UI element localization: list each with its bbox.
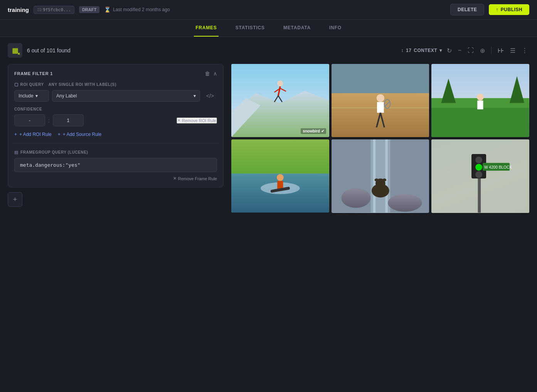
filter-card-header: FRAME FILTER 1 🗑 ∧	[14, 70, 217, 77]
delete-button[interactable]: DELETE	[450, 4, 484, 15]
upload-icon: ↑	[496, 7, 498, 12]
remove-roi-rule-button[interactable]: ✕ Remove ROI Rule	[177, 117, 217, 124]
add-source-rule-button[interactable]: + + Add Source Rule	[58, 132, 101, 137]
image-cell[interactable]: W 4200 BLOCK	[431, 139, 529, 213]
plus-icon: +	[58, 132, 61, 137]
modified-info: ⌛ Last modified 2 months ago	[104, 7, 170, 13]
svg-point-39	[374, 179, 378, 182]
plus-icon: +	[13, 196, 17, 204]
svg-rect-9	[332, 64, 429, 93]
confidence-label: CONFIDENCE	[14, 107, 217, 111]
svg-point-3	[277, 80, 283, 86]
tab-info[interactable]: INFO	[328, 20, 343, 37]
zoom-out-button[interactable]: −	[456, 45, 463, 55]
filter-x-badge: ✕	[17, 52, 20, 56]
tab-frames[interactable]: FRAMES	[194, 20, 218, 37]
chevron-down-icon: ▾	[194, 93, 196, 99]
add-filter-button[interactable]: +	[8, 192, 22, 207]
filter-button[interactable]: ▦ ✕	[8, 43, 22, 58]
image-cell[interactable]	[332, 64, 429, 137]
context-button[interactable]: ↕ 17 CONTEXT ▾	[401, 48, 442, 53]
main-content: ▦ ✕ 6 out of 101 found ↕ 17 CONTEXT ▾ ↻ …	[0, 37, 537, 219]
image-cell[interactable]: snowbird ✔	[231, 64, 329, 137]
chevron-down-icon: ▾	[439, 48, 442, 53]
modified-text: Last modified 2 months ago	[113, 7, 170, 12]
right-panel: snowbird ✔	[231, 64, 529, 213]
include-select[interactable]: Include ▾	[14, 90, 49, 102]
list-view-button[interactable]: ☰	[508, 45, 517, 56]
filter-card: FRAME FILTER 1 🗑 ∧ ▢ ROI QUERY ANY SINGL…	[8, 64, 224, 188]
more-options-button[interactable]: ⋮	[520, 45, 529, 56]
fit-button[interactable]: ⛶	[466, 45, 475, 55]
remove-frame-rule-button[interactable]: ✕ Remove Frame Rule	[14, 176, 217, 181]
tab-statistics[interactable]: STATISTICS	[234, 20, 266, 37]
framegroup-label: FRAMEGROUP QUERY (LUCENE)	[20, 150, 88, 154]
include-label: Include	[19, 93, 34, 99]
confidence-row: : ✕ Remove ROI Rule	[14, 114, 217, 126]
roi-query-label: ▢ ROI QUERY	[14, 82, 44, 87]
wakeboard-svg	[231, 139, 329, 213]
roi-section: ▢ ROI QUERY ANY SINGLE ROI WITH LABEL(S)…	[14, 82, 217, 102]
svg-rect-13	[377, 102, 384, 113]
image-grid: snowbird ✔	[231, 64, 529, 213]
image-3	[431, 64, 529, 137]
found-count: 6 out of 101 found	[27, 47, 71, 54]
grass-svg	[431, 64, 529, 137]
rule-actions: + + Add ROI Rule + + Add Source Rule	[14, 132, 217, 137]
draft-badge: DRAFT	[79, 6, 99, 13]
refresh-button[interactable]: ↻	[445, 45, 453, 56]
framegroup-icon: ▤	[14, 150, 18, 155]
add-roi-rule-button[interactable]: + + Add ROI Rule	[14, 132, 52, 137]
confidence-max-input[interactable]	[53, 114, 84, 126]
collapse-filter-button[interactable]: ∧	[213, 70, 217, 77]
context-label: CONTEXT	[414, 48, 437, 53]
header-left: training ID9f5fcbc0... DRAFT ⌛ Last modi…	[8, 6, 170, 14]
plus-icon: +	[14, 132, 17, 137]
image-2	[332, 64, 429, 137]
roi-icon: ▢	[14, 82, 19, 87]
skier-svg	[231, 64, 329, 137]
image-1: snowbird ✔	[231, 64, 329, 137]
svg-point-28	[277, 174, 284, 181]
svg-rect-25	[231, 139, 329, 174]
history-icon: ⌛	[104, 7, 111, 13]
image-cell[interactable]	[332, 139, 429, 213]
code-toggle-button[interactable]: </>	[203, 91, 217, 101]
confidence-min-input[interactable]	[14, 114, 45, 126]
svg-point-47	[475, 171, 482, 178]
publish-button[interactable]: ↑ PUBLISH	[489, 4, 529, 15]
zoom-in-button[interactable]: ⊕	[478, 45, 486, 56]
any-label-value: Any Label	[56, 93, 77, 99]
svg-point-36	[388, 194, 422, 212]
image-cell[interactable]	[231, 139, 329, 213]
publish-label: PUBLISH	[501, 7, 522, 12]
confidence-section: CONFIDENCE : ✕ Remove ROI Rule	[14, 107, 217, 126]
header-right: DELETE ↑ PUBLISH	[450, 4, 529, 15]
id-label: ID	[37, 8, 42, 12]
left-panel: FRAME FILTER 1 🗑 ∧ ▢ ROI QUERY ANY SINGL…	[8, 64, 224, 213]
x-icon: ✕	[177, 118, 180, 122]
image-cell[interactable]	[431, 64, 529, 137]
lucene-input[interactable]	[14, 158, 217, 172]
chevron-down-icon: ▾	[35, 93, 38, 99]
delete-filter-button[interactable]: 🗑	[205, 70, 210, 77]
framegroup-section: ▤ FRAMEGROUP QUERY (LUCENE) ✕ Remove Fra…	[14, 143, 217, 181]
tab-metadata[interactable]: METADATA	[282, 20, 312, 37]
panels: FRAME FILTER 1 🗑 ∧ ▢ ROI QUERY ANY SINGL…	[8, 64, 529, 213]
rule-add-links: + + Add ROI Rule + + Add Source Rule	[14, 132, 101, 137]
fg-label-row: ▤ FRAMEGROUP QUERY (LUCENE)	[14, 150, 217, 155]
svg-point-23	[477, 94, 484, 101]
svg-point-12	[376, 94, 384, 102]
svg-point-45	[475, 157, 482, 164]
image-4	[231, 139, 329, 213]
id-badge: ID9f5fcbc0...	[34, 6, 74, 14]
any-label-select[interactable]: Any Label ▾	[52, 90, 200, 102]
id-value: 9f5fcbc0...	[43, 7, 71, 12]
svg-point-46	[475, 164, 482, 171]
toolbar: ▦ ✕ 6 out of 101 found ↕ 17 CONTEXT ▾ ↻ …	[8, 43, 529, 58]
traffic-svg: W 4200 BLOCK	[431, 139, 529, 213]
top-header: training ID9f5fcbc0... DRAFT ⌛ Last modi…	[0, 0, 537, 20]
image-6: W 4200 BLOCK	[431, 139, 529, 213]
grid-view-button[interactable]: ⊦⊦	[496, 45, 505, 56]
svg-text:W 4200 BLOCK: W 4200 BLOCK	[484, 165, 512, 169]
